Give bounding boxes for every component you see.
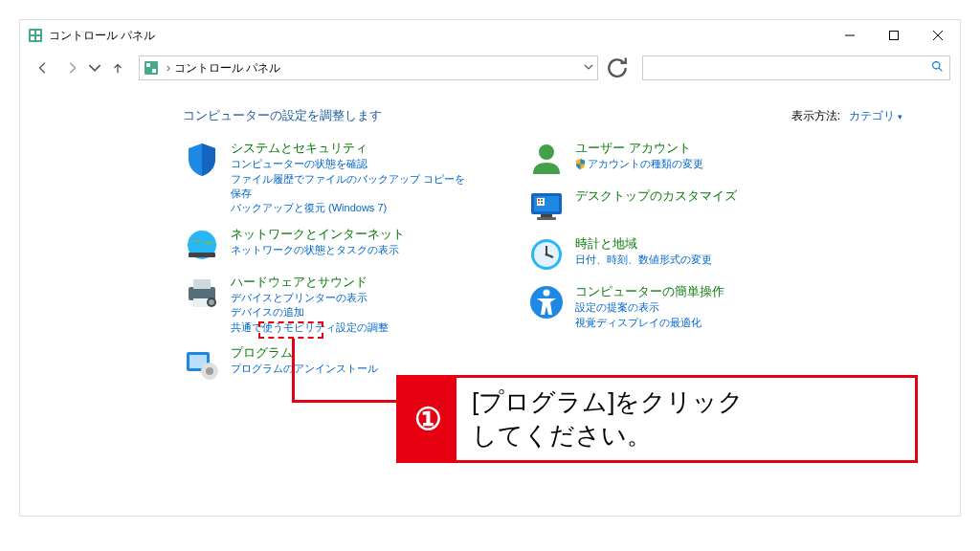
uac-shield-icon [575,159,586,173]
cat-network: ネットワークとインターネット ネットワークの状態とタスクの表示 [183,226,470,264]
close-button[interactable] [916,20,960,51]
recent-dropdown[interactable] [87,55,102,81]
callout-connector-h [292,400,397,403]
search-icon[interactable] [931,60,944,76]
window-controls [828,20,960,51]
cat-link[interactable]: 共通で使うモビリティ設定の調整 [231,320,389,335]
globe-icon [183,226,221,264]
cat-link[interactable]: 設定の提案の表示 [575,300,724,315]
svg-rect-6 [890,32,899,40]
svg-rect-3 [31,36,34,40]
svg-rect-32 [541,214,552,217]
svg-point-38 [546,253,548,256]
callout-connector-v [292,339,295,402]
cat-link[interactable]: ネットワークの状態とタスクの表示 [231,243,405,257]
cat-title[interactable]: 時計と地域 [575,235,712,253]
forward-button[interactable] [58,55,85,81]
cat-link[interactable]: ファイル履歴でファイルのバックアップ コピーを保存 [231,172,470,202]
instruction-callout: ① [プログラム]をクリック してください。 [396,375,918,463]
callout-number: ① [399,378,457,460]
svg-point-20 [209,299,214,305]
svg-point-12 [933,62,940,69]
view-by-label: 表示方法: [791,109,840,122]
cat-appearance: デスクトップのカスタマイズ [527,187,814,226]
window-title: コントロール パネル [49,28,828,44]
cat-ease-of-access: コンピューターの簡単操作 設定の提案の表示 視覚ディスプレイの最適化 [527,283,814,330]
svg-rect-10 [146,63,150,67]
svg-rect-2 [36,31,40,34]
refresh-button[interactable] [604,55,631,81]
cat-clock-region: 時計と地域 日付、時刻、数値形式の変更 [527,235,814,274]
svg-rect-4 [36,36,40,40]
cat-link[interactable]: デバイスとプリンターの表示 [231,291,389,305]
cat-title[interactable]: コンピューターの簡単操作 [575,283,724,300]
svg-point-40 [544,290,550,297]
control-panel-icon [28,28,43,43]
svg-rect-15 [189,253,215,257]
minimize-button[interactable] [828,20,872,51]
address-bar[interactable]: › コントロール パネル [139,55,598,80]
right-column: ユーザー アカウント アカウントの種類の変更 デスクトップのカスタマイズ 時計と… [527,140,814,383]
cat-link[interactable]: プログラムのアンインストール [231,362,378,376]
cat-title[interactable]: ユーザー アカウント [575,140,703,157]
view-by-dropdown[interactable]: カテゴリ [849,109,902,122]
clock-icon [527,235,566,274]
svg-rect-31 [541,202,543,204]
svg-rect-30 [538,202,540,204]
svg-rect-1 [31,31,34,34]
view-by: 表示方法: カテゴリ [791,108,902,124]
programs-icon [183,344,221,383]
cat-title[interactable]: ネットワークとインターネット [231,226,405,243]
nav-bar: › コントロール パネル [20,51,960,85]
svg-rect-17 [193,279,211,289]
cat-title[interactable]: デスクトップのカスタマイズ [575,187,737,205]
user-icon [527,140,566,178]
chevron-down-icon[interactable] [584,61,593,75]
printer-icon [183,274,221,312]
svg-rect-11 [152,69,156,73]
cat-title[interactable]: システムとセキュリティ [231,140,470,157]
accessibility-icon [527,283,566,321]
svg-point-24 [539,144,554,160]
callout-text: [プログラム]をクリック してください。 [457,378,759,460]
svg-rect-28 [538,199,540,201]
left-column: システムとセキュリティ コンピューターの状態を確認 ファイル履歴でファイルのバッ… [183,140,470,383]
up-button[interactable] [104,55,131,81]
cat-user-accounts: ユーザー アカウント アカウントの種類の変更 [527,140,814,178]
breadcrumb-separator: › [167,61,170,75]
cat-title[interactable]: ハードウェアとサウンド [231,274,389,291]
cat-link[interactable]: アカウントの種類の変更 [575,157,703,173]
maximize-button[interactable] [872,20,916,51]
svg-rect-29 [541,199,543,201]
svg-line-13 [939,68,942,71]
search-input[interactable] [649,61,931,75]
monitor-icon [527,187,566,226]
cat-link[interactable]: 視覚ディスプレイの最適化 [575,316,724,330]
control-panel-icon [144,60,159,76]
cat-link[interactable]: コンピューターの状態を確認 [231,157,470,171]
cat-hardware: ハードウェアとサウンド デバイスとプリンターの表示 デバイスの追加 共通で使うモ… [183,274,470,335]
cat-programs-title[interactable]: プログラム [231,344,378,362]
breadcrumb-item[interactable]: コントロール パネル [174,60,280,77]
cat-link[interactable]: デバイスの追加 [231,305,389,320]
cat-link[interactable]: バックアップと復元 (Windows 7) [231,201,470,215]
cat-system-security: システムとセキュリティ コンピューターの状態を確認 ファイル履歴でファイルのバッ… [183,140,470,216]
cat-link[interactable]: 日付、時刻、数値形式の変更 [575,253,712,267]
title-bar: コントロール パネル [20,20,960,51]
back-button[interactable] [30,55,56,81]
shield-icon [183,140,221,178]
search-box[interactable] [642,55,950,80]
svg-rect-33 [537,217,556,220]
